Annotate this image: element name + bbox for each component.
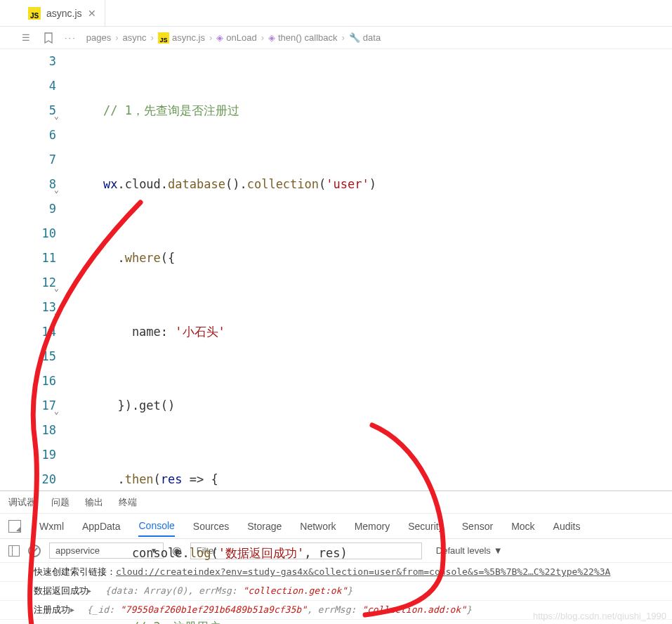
close-icon[interactable]: ✕ xyxy=(88,8,96,19)
editor-tab-async[interactable]: JS async.js ✕ xyxy=(20,0,105,26)
line-number: 7 xyxy=(0,148,56,172)
line-number: 3 xyxy=(0,49,56,74)
line-number: 5⌄ xyxy=(0,98,56,123)
line-number: 16 xyxy=(0,369,56,394)
chevron-right-icon: › xyxy=(151,32,154,43)
console-text: 快速创建索引链接： xyxy=(34,566,116,577)
line-number: 17⌄ xyxy=(0,394,56,418)
editor-toolbar: ☰ ··· pages › async › JS async.js › ◈ on… xyxy=(0,27,672,49)
console-output: 快速创建索引链接：cloud://createindex?env=study-g… xyxy=(0,563,672,620)
line-number: 9 xyxy=(0,197,56,221)
tab-debugger[interactable]: 调试器 xyxy=(8,496,36,509)
chevron-right-icon: › xyxy=(261,32,264,43)
property-icon: 🔧 xyxy=(349,32,360,43)
outline-icon[interactable]: ☰ xyxy=(20,32,32,44)
code-content[interactable]: // 1，先查询是否注册过 wx.cloud.database().collec… xyxy=(70,49,672,490)
console-line[interactable]: 注册成功 ▶ {_id: "79550af260b1ef291b6489b51a… xyxy=(0,601,672,620)
line-number: 10 xyxy=(0,221,56,246)
element-picker-icon[interactable] xyxy=(8,520,21,533)
clear-console-icon[interactable] xyxy=(28,545,41,557)
console-line[interactable]: 快速创建索引链接：cloud://createindex?env=study-g… xyxy=(0,563,672,582)
line-number: 13⌄ xyxy=(0,295,56,320)
line-number: 20 xyxy=(0,467,56,492)
crumb-onload[interactable]: ◈ onLoad xyxy=(216,32,256,43)
line-number: 14 xyxy=(0,320,56,344)
js-file-icon: JS xyxy=(28,7,41,20)
breadcrumbs: pages › async › JS async.js › ◈ onLoad ›… xyxy=(86,32,381,44)
line-number: 15 xyxy=(0,344,56,369)
crumb-file[interactable]: JS async.js xyxy=(158,32,205,44)
console-text: 注册成功 xyxy=(34,604,70,615)
line-number: 12⌄ xyxy=(0,271,56,295)
expand-icon[interactable]: ▶ xyxy=(70,606,74,613)
expand-icon[interactable]: ▶ xyxy=(87,587,91,594)
crumb-label: onLoad xyxy=(226,32,256,43)
line-number: 19 xyxy=(0,443,56,467)
js-file-icon: JS xyxy=(158,32,169,44)
line-number: 11 xyxy=(0,246,56,271)
chevron-right-icon: › xyxy=(115,32,118,43)
tab-filename: async.js xyxy=(46,8,82,19)
more-icon[interactable]: ··· xyxy=(65,32,77,43)
line-number: 18 xyxy=(0,418,56,443)
tab-problems[interactable]: 问题 xyxy=(51,496,70,509)
line-gutter: 3 4 5⌄ 6 7 8⌄ 9 10 11 12⌄ 13⌄ 14 15 16 1… xyxy=(0,49,70,490)
crumb-file-label: async.js xyxy=(172,32,205,43)
line-number: 6 xyxy=(0,123,56,148)
tab-wxml[interactable]: Wxml xyxy=(39,521,64,532)
method-icon: ◈ xyxy=(268,32,275,43)
crumb-callback[interactable]: ◈ then() callback xyxy=(268,32,338,43)
console-line[interactable]: 数据返回成功 ▶ {data: Array(0), errMsg: "colle… xyxy=(0,582,672,601)
crumb-label: then() callback xyxy=(278,32,338,43)
crumb-async[interactable]: async xyxy=(123,32,147,43)
chevron-right-icon: › xyxy=(209,32,212,43)
line-number: 8⌄ xyxy=(0,172,56,197)
editor-tabbar: JS async.js ✕ xyxy=(0,0,672,27)
method-icon: ◈ xyxy=(216,32,223,43)
code-line: // 1，先查询是否注册过 xyxy=(74,103,239,117)
chevron-right-icon: › xyxy=(342,32,345,43)
crumb-data[interactable]: 🔧 data xyxy=(349,32,381,43)
sidebar-toggle-icon[interactable] xyxy=(8,545,20,557)
crumb-label: data xyxy=(363,32,381,43)
code-editor[interactable]: 3 4 5⌄ 6 7 8⌄ 9 10 11 12⌄ 13⌄ 14 15 16 1… xyxy=(0,49,672,490)
crumb-pages[interactable]: pages xyxy=(86,32,111,43)
bookmark-icon[interactable] xyxy=(42,32,55,44)
line-number: 4 xyxy=(0,74,56,98)
console-text: 数据返回成功 xyxy=(34,585,88,596)
console-link[interactable]: cloud://createindex?env=study-gas4x&coll… xyxy=(116,566,610,577)
